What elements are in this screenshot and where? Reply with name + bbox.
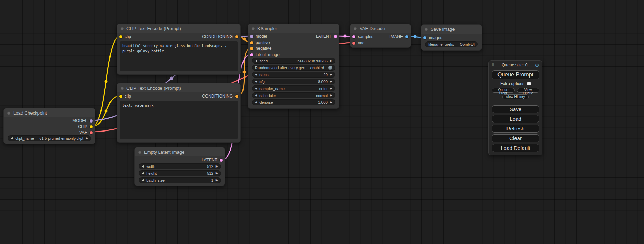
collapse-dot[interactable] [354,27,357,30]
height-widget[interactable]: ◀ height 512 ▶ [139,170,221,176]
queue-front-button[interactable]: Queue Front [492,88,515,93]
slot-dot-clip[interactable] [119,95,122,98]
increment-icon[interactable]: ▶ [330,80,332,83]
node-title-bar[interactable]: VAE Decode [350,24,411,33]
node-title-bar[interactable]: CLIP Text Encode (Prompt) [117,24,240,33]
slot-dot-latent[interactable] [334,35,337,38]
increment-icon[interactable]: ▶ [216,172,218,175]
collapse-dot[interactable] [252,27,255,30]
collapse-dot[interactable] [121,27,124,30]
node-ksampler[interactable]: KSampler model positive negative latent_… [248,24,339,109]
ckpt-name-widget[interactable]: ◀ ckpt_name v1-5-pruned-emaonly.ckpt ▶ [8,135,91,141]
increment-icon[interactable]: ▶ [330,94,332,97]
slot-dot-conditioning[interactable] [235,35,238,38]
clear-button[interactable]: Clear [492,134,539,142]
increment-icon[interactable]: ▶ [330,87,332,90]
widget-value: ComfyUI [460,42,475,46]
extra-options-checkbox[interactable] [527,82,531,85]
slot-dot-model[interactable] [90,119,93,123]
collapse-dot[interactable] [7,111,10,115]
width-widget[interactable]: ◀ width 512 ▶ [139,163,221,169]
queue-prompt-button[interactable]: Queue Prompt [492,70,539,79]
increment-icon[interactable]: ▶ [330,73,332,76]
settings-gear-icon[interactable]: ⚙ [535,63,539,68]
collapse-dot[interactable] [138,151,141,154]
seed-widget[interactable]: ◀ seed 156680208700286 ▶ [252,58,335,64]
node-save-image[interactable]: Save Image images filename_prefix ComfyU… [421,24,482,51]
node-load-checkpoint[interactable]: Load Checkpoint MODEL CLIP VAE ◀ ckpt_na… [3,108,95,144]
decrement-icon[interactable]: ◀ [142,179,144,182]
slot-dot-model[interactable] [250,35,253,38]
decrement-icon[interactable]: ◀ [255,94,257,97]
node-title-bar[interactable]: Load Checkpoint [4,108,95,117]
decrement-icon[interactable]: ◀ [142,172,144,175]
slot-label: positive [256,40,270,45]
save-button[interactable]: Save [492,105,539,113]
random-seed-widget[interactable]: Random seed after every gen enabled [252,65,335,71]
decrement-icon[interactable]: ◀ [255,80,257,83]
prompt-text-input[interactable]: text, watermark [120,101,238,139]
increment-icon[interactable]: ▶ [216,179,218,182]
increment-icon[interactable]: ▶ [330,60,332,62]
increment-icon[interactable]: ▶ [330,101,332,104]
node-vae-decode[interactable]: VAE Decode samples vae IMAGE [350,24,411,48]
slot-label: clip [125,34,131,39]
node-graph-canvas[interactable]: Load Checkpoint MODEL CLIP VAE ◀ ckpt_na… [0,0,644,244]
queue-panel-header: ⠿ Queue size: 0 ⚙ [492,62,539,68]
view-queue-button[interactable]: View Queue [517,88,539,93]
collapse-dot[interactable] [425,28,428,31]
prompt-text-input[interactable]: beautiful scenery nature glass bottle la… [120,41,238,71]
widget-value: 156680208700286 [296,59,328,63]
slot-dot-vae[interactable] [90,131,93,134]
decrement-icon[interactable]: ◀ [255,101,257,104]
slot-dot-latent-image[interactable] [250,53,253,56]
decrement-icon[interactable]: ◀ [255,60,257,62]
denoise-widget[interactable]: ◀ denoise 1.000 ▶ [252,99,335,105]
decrement-icon[interactable]: ◀ [142,165,144,168]
decrement-icon[interactable]: ◀ [255,73,257,76]
slot-dot-negative[interactable] [250,47,253,50]
steps-widget[interactable]: ◀ steps 20 ▶ [252,72,335,78]
wire-midpoint-dot-positive-conditioning [243,38,246,41]
slot-dot-images[interactable] [423,36,426,39]
node-empty-latent-image[interactable]: Empty Latent Image LATENT ◀ width 512 ▶ … [134,147,225,186]
slot-dot-vae[interactable] [352,42,355,45]
queue-panel: ⠿ Queue size: 0 ⚙ Queue Prompt Extra opt… [488,60,542,155]
slot-label: IMAGE [389,34,403,39]
scheduler-widget[interactable]: ◀ scheduler normal ▶ [252,92,335,98]
node-title-bar[interactable]: Save Image [421,25,482,34]
slot-dot-latent[interactable] [220,159,223,162]
node-title-bar[interactable]: KSampler [248,24,339,33]
cfg-widget[interactable]: ◀ cfg 8.000 ▶ [252,79,335,84]
filename-prefix-widget[interactable]: filename_prefix ComfyUI [425,41,478,47]
refresh-button[interactable]: Refresh [492,125,539,133]
collapse-dot[interactable] [121,87,124,90]
node-clip-text-encode-negative[interactable]: CLIP Text Encode (Prompt) clip CONDITION… [117,83,241,143]
slot-dot-conditioning[interactable] [235,95,238,98]
decrement-icon[interactable]: ◀ [255,87,257,90]
random-seed-toggle[interactable] [328,66,332,70]
wire-clip-to-negative-clip [92,96,120,126]
slot-dot-positive[interactable] [250,41,253,44]
increment-icon[interactable]: ▶ [216,165,218,168]
node-title-bar[interactable]: Empty Latent Image [135,147,225,156]
node-title: Save Image [431,27,455,32]
widget-label: denoise [259,100,273,105]
widget-value: 512 [207,171,213,175]
slot-dot-image[interactable] [405,35,408,38]
view-history-button[interactable]: View History [502,94,528,99]
decrement-icon[interactable]: ◀ [11,137,13,140]
node-title-bar[interactable]: CLIP Text Encode (Prompt) [117,83,240,92]
load-button[interactable]: Load [492,115,539,123]
sampler-name-widget[interactable]: ◀ sampler_name euler ▶ [252,85,335,91]
node-clip-text-encode-positive[interactable]: CLIP Text Encode (Prompt) clip CONDITION… [117,24,241,75]
increment-icon[interactable]: ▶ [86,137,88,140]
batch-size-widget[interactable]: ◀ batch_size 1 ▶ [139,177,221,183]
load-default-button[interactable]: Load Default [492,144,539,152]
extra-options-row: Extra options [492,81,539,86]
drag-handle-icon[interactable]: ⠿ [492,63,494,67]
input-slot-samples: samples [352,34,373,39]
slot-dot-clip[interactable] [90,125,93,128]
slot-dot-samples[interactable] [352,35,355,38]
slot-dot-clip[interactable] [119,35,122,38]
